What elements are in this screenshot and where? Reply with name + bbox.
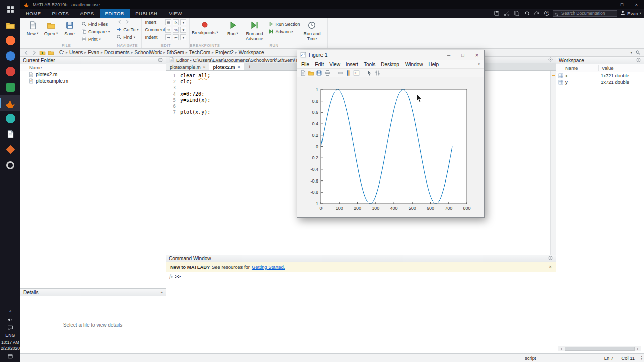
cut-icon[interactable]	[503, 10, 510, 17]
file-explorer-icon[interactable]	[0, 17, 20, 33]
chat-icon[interactable]	[7, 325, 13, 331]
breadcrumb-item[interactable]: C:	[58, 50, 65, 55]
panel-menu-icon[interactable]	[548, 255, 553, 262]
forward-button[interactable]	[31, 50, 37, 56]
help-icon[interactable]: ?	[543, 10, 550, 17]
editor-tab-plotex2.m[interactable]: plotex2.m×	[209, 63, 244, 70]
insert-function-icon[interactable]: fx	[173, 19, 179, 25]
comment-button[interactable]: Comment % % ▾	[145, 27, 186, 33]
navigate-forward-icon[interactable]	[125, 19, 130, 25]
go-to-button[interactable]: Go To▾	[116, 27, 138, 33]
app-diamond-icon[interactable]	[0, 142, 20, 157]
volume-icon[interactable]	[7, 317, 13, 323]
editor-menu-icon[interactable]	[548, 57, 553, 63]
close-button[interactable]: ×	[629, 0, 644, 9]
save-figure-icon[interactable]	[316, 70, 323, 76]
figure-menu-tools[interactable]: Tools	[364, 62, 375, 67]
back-button[interactable]	[23, 50, 29, 56]
firefox-icon[interactable]	[0, 33, 20, 48]
close-tab-icon[interactable]: ×	[238, 65, 240, 69]
language-indicator[interactable]: ENG	[5, 333, 15, 338]
browser-blue-icon[interactable]	[0, 48, 20, 64]
find-button[interactable]: Find▾	[116, 34, 138, 40]
workspace-scrollbar[interactable]: ◂ ▸	[558, 346, 641, 351]
breadcrumb-item[interactable]: Documents	[103, 50, 131, 55]
insert-button[interactable]: Insert ▦ fx ▾	[145, 19, 186, 25]
insert-section-icon[interactable]: ▦	[165, 19, 171, 25]
open-file-icon[interactable]	[308, 70, 314, 76]
matlab-window-titlebar[interactable]: MATLAB R2019b - academic use ─ □ ×	[20, 0, 644, 9]
scrollbar-thumb[interactable]	[565, 347, 635, 351]
user-menu[interactable]: Evan ▾	[620, 10, 641, 17]
ribbon-tab-plots[interactable]: PLOTS	[47, 9, 75, 18]
run-section-button[interactable]: Run Section	[268, 21, 300, 27]
breakpoints-button[interactable]: Breakpoints▾	[193, 19, 217, 43]
figure-menu-insert[interactable]: Insert	[346, 62, 358, 67]
navigate-back-icon[interactable]	[117, 19, 122, 25]
figure-menu-desktop[interactable]: Desktop	[381, 62, 399, 67]
notification-icon[interactable]	[7, 353, 13, 359]
start-button-icon[interactable]	[0, 2, 20, 17]
ribbon-tab-editor[interactable]: EDITOR	[100, 9, 130, 18]
find-files-button[interactable]: Find Files	[81, 21, 110, 27]
workspace-variable-row[interactable]: y1x721 double	[556, 79, 644, 85]
matlab-icon[interactable]	[0, 95, 20, 111]
status-spinner-icons[interactable]: ▴▾	[641, 355, 642, 360]
column-header-value[interactable]: Value	[599, 65, 614, 71]
lint-warning-marker[interactable]	[552, 75, 555, 76]
app-green-icon[interactable]	[0, 79, 20, 95]
name-column-header[interactable]: Name	[20, 64, 166, 71]
ribbon-tab-publish[interactable]: PUBLISH	[130, 9, 163, 18]
new-figure-icon[interactable]	[300, 70, 306, 76]
getting-started-link[interactable]: Getting Started.	[252, 264, 285, 270]
ribbon-tab-home[interactable]: HOME	[20, 9, 47, 18]
run-and-time-button[interactable]: Run and Time	[300, 19, 324, 43]
taskbar-chevron-icon[interactable]: ^	[9, 310, 11, 315]
link-plot-icon[interactable]	[337, 70, 344, 76]
sine-plot[interactable]: 0100200300400500600700800-1-0.8-0.6-0.4-…	[297, 77, 485, 218]
editor-tab-plotexample.m[interactable]: plotexample.m×	[166, 63, 209, 70]
quick-save-icon[interactable]	[493, 10, 500, 17]
documentation-search-input[interactable]	[553, 10, 617, 17]
print-button[interactable]: Print▾	[81, 36, 110, 42]
breadcrumb-item[interactable]: Workspace	[238, 50, 265, 55]
figure-menu-file[interactable]: File	[301, 62, 309, 67]
close-tab-icon[interactable]: ×	[203, 65, 206, 69]
figure-menu-help[interactable]: Help	[429, 62, 439, 67]
indent-left-icon[interactable]: ⇤	[173, 34, 179, 40]
indent-right-icon[interactable]: ⇥	[165, 34, 171, 40]
command-window-header[interactable]: Command Window	[166, 255, 556, 262]
figure-minimize-button[interactable]: ─	[442, 50, 456, 60]
advance-button[interactable]: Advance	[268, 29, 300, 35]
open-button[interactable]: Open▾	[42, 19, 60, 43]
breadcrumb-item[interactable]: 5thSem	[166, 50, 185, 55]
path-dropdown-icon[interactable]: ▾	[630, 51, 632, 55]
figure-menu-window[interactable]: Window	[405, 62, 423, 67]
editor-scrollbar[interactable]	[550, 71, 556, 255]
breadcrumb-item[interactable]: Evan	[87, 50, 100, 55]
property-inspector-icon[interactable]	[374, 70, 381, 76]
redo-icon[interactable]	[533, 10, 540, 17]
indent-button[interactable]: Indent ⇥ ⇤ ▾	[145, 34, 186, 40]
edit-plot-icon[interactable]	[366, 70, 373, 76]
chevron-up-icon[interactable]: ▴	[160, 290, 163, 294]
comment-dropdown-icon[interactable]: ▾	[180, 27, 186, 33]
up-one-level-button[interactable]	[39, 49, 46, 56]
compare-button[interactable]: Compare▾	[81, 29, 110, 35]
column-header-name[interactable]: Name	[556, 65, 599, 71]
insert-colorbar-icon[interactable]	[345, 70, 352, 76]
copy-icon[interactable]	[513, 10, 520, 17]
file-row[interactable]: plotexample.m	[20, 78, 166, 84]
panel-menu-icon[interactable]	[636, 57, 641, 64]
search-folder-icon[interactable]	[635, 50, 641, 55]
print-figure-icon[interactable]	[324, 70, 331, 76]
command-prompt[interactable]: fx >>	[169, 274, 181, 279]
run-button[interactable]: Run▾	[223, 19, 242, 43]
ribbon-tab-apps[interactable]: APPS	[74, 9, 99, 18]
details-header[interactable]: Details ▴	[20, 289, 166, 296]
app-red-icon[interactable]	[0, 64, 20, 79]
figure-menu-view[interactable]: View	[329, 62, 340, 67]
figure-maximize-button[interactable]: □	[456, 50, 470, 60]
scroll-right-icon[interactable]: ▸	[635, 347, 641, 350]
app-teal-icon[interactable]	[0, 111, 20, 126]
